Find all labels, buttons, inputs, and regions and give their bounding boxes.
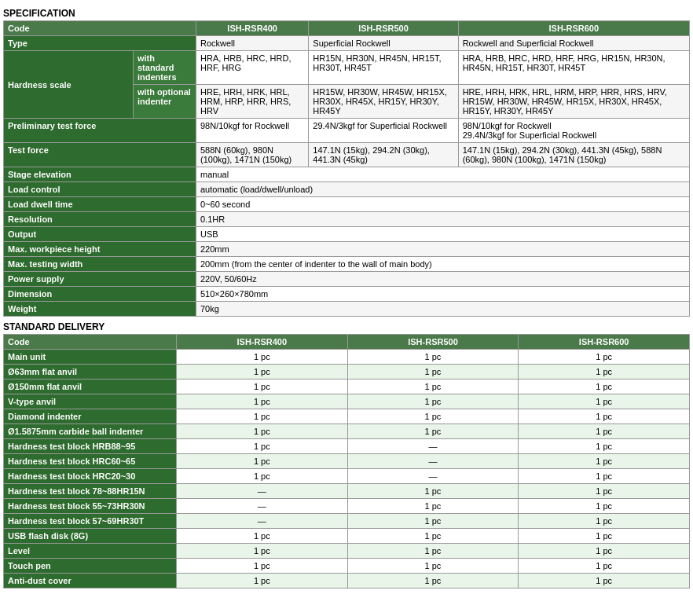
page-container: SPECIFICATION Code ISH-RSR400 ISH-RSR500… (0, 0, 693, 596)
load-dwell-row: Load dwell time 0~60 second (4, 197, 690, 212)
delivery-hrc60: Hardness test block HRC60~65 1 pc — 1 pc (4, 454, 690, 469)
diamond-500: 1 pc (347, 409, 519, 424)
stage-value: manual (196, 167, 690, 182)
hardness-optional-600: HRE, HRH, HRK, HRL, HRM, HRP, HRR, HRS, … (458, 85, 689, 119)
load-control-row: Load control automatic (load/dwell/unloa… (4, 182, 690, 197)
hardness-standard-row: Hardness scale with standard indenters H… (4, 51, 690, 85)
hardness-standard-400: HRA, HRB, HRC, HRD, HRF, HRG (196, 51, 309, 85)
spec-title: SPECIFICATION (3, 8, 690, 19)
delivery-col-label: Code (4, 335, 177, 350)
delivery-vtype: V-type anvil 1 pc 1 pc 1 pc (4, 394, 690, 409)
main-unit-400: 1 pc (177, 350, 348, 365)
spec-type-row: Type Rockwell Superficial Rockwell Rockw… (4, 36, 690, 51)
touch-pen-500: 1 pc (347, 559, 519, 574)
usb-600: 1 pc (519, 529, 690, 544)
hr30t-400: — (177, 514, 348, 529)
delivery-table: Code ISH-RSR400 ISH-RSR500 ISH-RSR600 Ma… (3, 334, 690, 588)
power-row: Power supply 220V, 50/60Hz (4, 272, 690, 287)
prelim-500: 29.4N/3kgf for Superficial Rockwell (309, 119, 458, 143)
prelim-600: 98N/10kgf for Rockwell29.4N/3kgf for Sup… (458, 119, 689, 143)
diamond-600: 1 pc (519, 409, 690, 424)
63mm-label: Ø63mm flat anvil (4, 365, 177, 380)
output-label: Output (4, 227, 196, 242)
delivery-touch-pen: Touch pen 1 pc 1 pc 1 pc (4, 559, 690, 574)
carbide-500: 1 pc (347, 424, 519, 439)
hr15n-500: 1 pc (347, 484, 519, 499)
delivery-col-400: ISH-RSR400 (177, 335, 348, 350)
delivery-hr30n: Hardness test block 55~73HR30N — 1 pc 1 … (4, 499, 690, 514)
hr30n-500: 1 pc (347, 499, 519, 514)
stage-label: Stage elevation (4, 167, 196, 182)
test-force-600: 147.1N (15kg), 294.2N (30kg), 441.3N (45… (458, 143, 689, 167)
hardness-optional-500: HR15W, HR30W, HR45W, HR15X, HR30X, HR45X… (309, 85, 458, 119)
diamond-label: Diamond indenter (4, 409, 177, 424)
usb-label: USB flash disk (8G) (4, 529, 177, 544)
delivery-hr30t: Hardness test block 57~69HR30T — 1 pc 1 … (4, 514, 690, 529)
resolution-row: Resolution 0.1HR (4, 212, 690, 227)
test-force-row: Test force 588N (60kg), 980N (100kg), 14… (4, 143, 690, 167)
delivery-usb: USB flash disk (8G) 1 pc 1 pc 1 pc (4, 529, 690, 544)
anti-dust-400: 1 pc (177, 574, 348, 588)
touch-pen-label: Touch pen (4, 559, 177, 574)
prelim-400: 98N/10kgf for Rockwell (196, 119, 309, 143)
test-force-400: 588N (60kg), 980N (100kg), 1471N (150kg) (196, 143, 309, 167)
main-unit-600: 1 pc (519, 350, 690, 365)
test-force-label: Test force (4, 143, 196, 167)
hrb88-600: 1 pc (519, 439, 690, 454)
delivery-63mm: Ø63mm flat anvil 1 pc 1 pc 1 pc (4, 365, 690, 380)
vtype-label: V-type anvil (4, 394, 177, 409)
63mm-400: 1 pc (177, 365, 348, 380)
power-label: Power supply (4, 272, 196, 287)
63mm-600: 1 pc (519, 365, 690, 380)
diamond-400: 1 pc (177, 409, 348, 424)
hr30t-label: Hardness test block 57~69HR30T (4, 514, 177, 529)
touch-pen-400: 1 pc (177, 559, 348, 574)
anti-dust-600: 1 pc (519, 574, 690, 588)
hr15n-400: — (177, 484, 348, 499)
max-height-value: 220mm (196, 242, 690, 257)
touch-pen-600: 1 pc (519, 559, 690, 574)
type-label: Type (4, 36, 196, 51)
load-dwell-value: 0~60 second (196, 197, 690, 212)
delivery-main-unit: Main unit 1 pc 1 pc 1 pc (4, 350, 690, 365)
prelim-force-row: Preliminary test force 98N/10kgf for Roc… (4, 119, 690, 143)
output-value: USB (196, 227, 690, 242)
main-unit-500: 1 pc (347, 350, 519, 365)
spec-col-600: ISH-RSR600 (458, 21, 689, 36)
delivery-col-600: ISH-RSR600 (519, 335, 690, 350)
test-force-500: 147.1N (15kg), 294.2N (30kg), 441.3N (45… (309, 143, 458, 167)
delivery-col-500: ISH-RSR500 (347, 335, 519, 350)
hrb88-500: — (347, 439, 519, 454)
delivery-anti-dust: Anti-dust cover 1 pc 1 pc 1 pc (4, 574, 690, 588)
max-width-label: Max. testing width (4, 257, 196, 272)
spec-col-label: Code (4, 21, 196, 36)
hrc20-label: Hardness test block HRC20~30 (4, 469, 177, 484)
150mm-label: Ø150mm flat anvil (4, 380, 177, 394)
weight-label: Weight (4, 302, 196, 317)
carbide-400: 1 pc (177, 424, 348, 439)
vtype-400: 1 pc (177, 394, 348, 409)
delivery-hrb88: Hardness test block HRB88~95 1 pc — 1 pc (4, 439, 690, 454)
dimension-label: Dimension (4, 287, 196, 302)
hrc60-label: Hardness test block HRC60~65 (4, 454, 177, 469)
spec-header-row: Code ISH-RSR400 ISH-RSR500 ISH-RSR600 (4, 21, 690, 36)
weight-row: Weight 70kg (4, 302, 690, 317)
hardness-optional-400: HRE, HRH, HRK, HRL, HRM, HRP, HRR, HRS, … (196, 85, 309, 119)
delivery-carbide: Ø1.5875mm carbide ball indenter 1 pc 1 p… (4, 424, 690, 439)
hr15n-600: 1 pc (519, 484, 690, 499)
max-height-label: Max. workpiece height (4, 242, 196, 257)
type-400: Rockwell (196, 36, 309, 51)
level-500: 1 pc (347, 544, 519, 559)
carbide-600: 1 pc (519, 424, 690, 439)
delivery-title: STANDARD DELIVERY (3, 321, 690, 332)
carbide-label: Ø1.5875mm carbide ball indenter (4, 424, 177, 439)
hr30n-label: Hardness test block 55~73HR30N (4, 499, 177, 514)
hrb88-400: 1 pc (177, 439, 348, 454)
vtype-600: 1 pc (519, 394, 690, 409)
hardness-optional-sublabel: with optional indenter (134, 85, 196, 119)
vtype-500: 1 pc (347, 394, 519, 409)
max-width-value: 200mm (from the center of indenter to th… (196, 257, 690, 272)
hr30n-400: — (177, 499, 348, 514)
hrc60-600: 1 pc (519, 454, 690, 469)
level-label: Level (4, 544, 177, 559)
